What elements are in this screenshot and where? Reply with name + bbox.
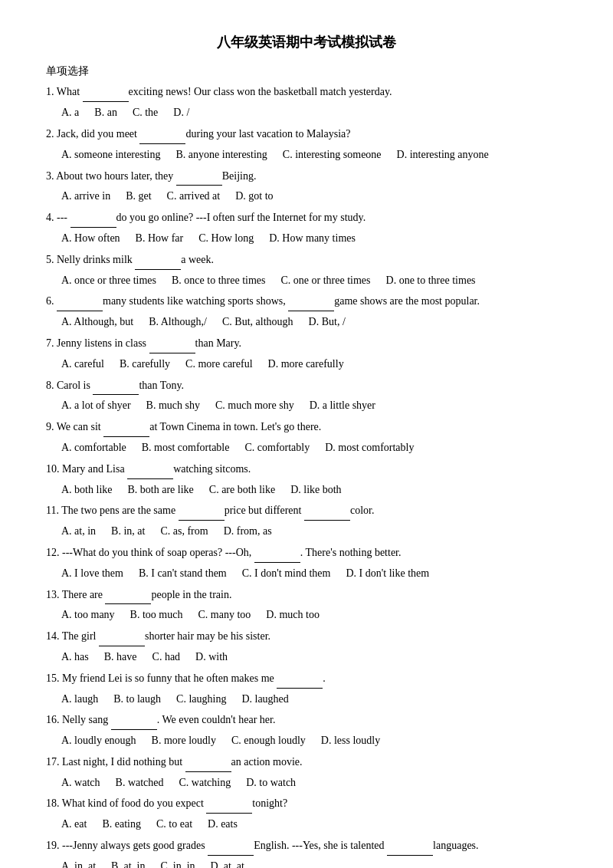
option-10-D: D. like both [290,484,342,495]
option-14-A: A. has [61,651,89,663]
options-16: A. loudly enoughB. more loudlyC. enough … [61,732,567,750]
option-16-C: C. enough loudly [231,735,306,746]
option-13-C: C. many too [198,609,251,620]
blank-13 [105,586,151,605]
options-2: A. someone interestingB. anyone interest… [61,146,567,164]
option-8-C: C. much more shy [215,399,294,411]
blank-7 [149,334,195,353]
option-1-C: C. the [133,107,158,118]
options-12: A. I love themB. I can't stand themC. I … [61,564,567,583]
option-13-D: D. much too [266,609,320,620]
question-15: 15. My friend Lei is so funny that he of… [46,669,567,689]
option-2-D: D. interesting anyone [397,149,489,160]
question-5: 5. Nelly drinks milk a week. [46,251,567,270]
options-1: A. aB. anC. theD. / [61,104,567,122]
option-16-A: A. loudly enough [61,735,136,746]
option-17-D: D. to watch [246,777,296,788]
option-7-D: D. more carefully [268,358,344,370]
option-5-C: C. one or three times [280,275,370,286]
option-5-D: D. one to three times [386,275,476,286]
option-3-C: C. arrived at [167,190,221,202]
option-1-B: B. an [94,107,117,118]
option-18-A: A. eat [61,818,87,830]
option-2-B: B. anyone interesting [175,149,267,160]
option-12-D: D. I don't like them [346,567,429,579]
option-18-C: C. to eat [156,818,192,830]
options-6: A. Although, butB. Although,/C. But, alt… [61,313,567,331]
option-9-C: C. comfortably [244,442,310,453]
option-17-C: C. watching [179,777,231,788]
options-18: A. eatB. eatingC. to eatD. eats [61,815,567,833]
options-9: A. comfortableB. most comfortableC. comf… [61,439,567,457]
blank-1 [83,83,129,102]
question-2: 2. Jack, did you meet during your last v… [46,125,567,144]
question-13: 13. There are people in the train. [46,586,567,605]
option-17-B: B. watched [116,777,164,788]
section1-header: 单项选择 [46,62,567,81]
option-2-A: A. someone interesting [61,149,160,160]
option-7-B: B. carefully [120,358,170,370]
option-14-D: D. with [195,651,228,663]
option-15-B: B. to laugh [113,693,161,705]
blank-17 [185,753,231,772]
option-13-A: A. too many [61,609,115,620]
option-12-A: A. I love them [61,567,123,579]
option-19-D: D. at, at [211,860,244,868]
option-6-D: D. But, / [309,316,346,327]
options-17: A. watchB. watchedC. watchingD. to watch [61,774,567,792]
option-9-A: A. comfortable [61,442,126,453]
question-11: 11. The two pens are the same price but … [46,501,567,521]
option-1-A: A. a [61,107,79,118]
option-11-D: D. from, as [224,525,272,537]
option-17-A: A. watch [61,777,100,788]
question-16: 16. Nelly sang . We even couldn't hear h… [46,711,567,730]
question-14: 14. The girl shorter hair may be his sis… [46,627,567,646]
option-3-B: B. get [126,190,151,202]
option-8-D: D. a little shyer [310,399,375,411]
question-6: 6. many students like watching sports sh… [46,292,567,311]
options-13: A. too manyB. too muchC. many tooD. much… [61,606,567,624]
option-14-C: C. had [152,651,181,663]
option-3-D: D. got to [235,190,273,202]
options-10: A. both likeB. both are likeC. are both … [61,481,567,499]
option-9-B: B. most comfortable [142,442,230,453]
blank-2 [139,125,185,144]
question-8: 8. Carol is than Tony. [46,376,567,396]
blank-15 [277,669,323,689]
option-4-D: D. How many times [269,232,356,244]
options-8: A. a lot of shyerB. much shyC. much more… [61,396,567,415]
blank-18 [206,794,252,814]
option-16-B: B. more loudly [152,735,216,746]
options-5: A. once or three timesB. once to three t… [61,271,567,290]
option-4-A: A. How often [61,232,120,244]
option-12-B: B. I can't stand them [139,567,227,579]
question-3: 3. About two hours later, they Beijing. [46,167,567,186]
option-10-B: B. both are like [128,484,194,495]
options-11: A. at, inB. in, atC. as, fromD. from, as [61,522,567,541]
option-6-C: C. But, although [222,316,293,327]
blank-5 [135,251,181,270]
blank-10 [127,460,173,479]
question-4: 4. --- do you go online? ---I often surf… [46,209,567,228]
question-1: 1. What exciting news! Our class won the… [46,83,567,102]
blank2-11 [304,501,350,521]
blank-3 [176,167,222,186]
page-title: 八年级英语期中考试模拟试卷 [46,31,567,54]
option-4-C: C. How long [198,232,254,244]
options-7: A. carefulB. carefullyC. more carefulD. … [61,355,567,373]
option-7-A: A. careful [61,358,104,370]
question-9: 9. We can sit at Town Cinema in town. Le… [46,418,567,437]
question-18: 18. What kind of food do you expect toni… [46,794,567,814]
option-11-C: C. as, from [160,525,208,537]
blank-6 [57,292,103,311]
option-5-A: A. once or three times [61,275,156,286]
option-8-B: B. much shy [146,399,200,411]
options-3: A. arrive inB. getC. arrived atD. got to [61,187,567,205]
option-10-C: C. are both like [209,484,275,495]
option-10-A: A. both like [61,484,113,495]
blank-8 [93,376,139,396]
option-12-C: C. I don't mind them [242,567,331,579]
option-19-B: B. at, in [111,860,145,868]
options-14: A. hasB. haveC. hadD. with [61,648,567,666]
option-8-A: A. a lot of shyer [61,399,131,411]
